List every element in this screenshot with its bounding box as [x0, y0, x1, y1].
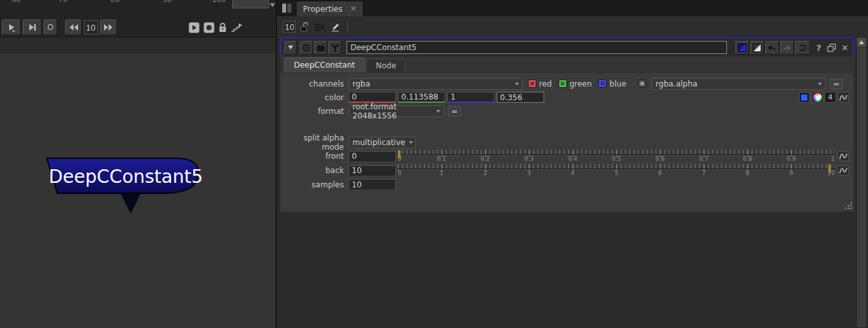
redo-button[interactable]	[780, 41, 794, 55]
close-icon[interactable]: ✕	[350, 5, 356, 13]
back-slider-handle[interactable]	[828, 165, 831, 172]
framed-play-icon	[189, 22, 200, 33]
slider-tick-label: 0.9	[787, 156, 796, 162]
channels-equals-button[interactable]: =	[830, 79, 843, 89]
channel-green-checkbox[interactable]: ✕	[559, 79, 567, 88]
framed-circle-icon	[204, 22, 215, 33]
color-picker-button[interactable]	[798, 92, 810, 103]
slider-tick-label: 9	[789, 170, 793, 176]
node-color-swatch-button[interactable]	[735, 41, 749, 55]
back-field[interactable]	[349, 165, 396, 176]
lock-panels-button[interactable]	[300, 21, 309, 32]
slider-tick-label: 0.8	[743, 156, 752, 162]
toolbar-divider	[347, 21, 348, 32]
samples-field[interactable]	[349, 179, 396, 190]
tab-node[interactable]: Node	[366, 59, 406, 72]
split-alpha-mode-value: multiplicative	[352, 138, 405, 147]
loop-mode-label: O	[47, 23, 53, 32]
panel-resize-grip[interactable]	[845, 202, 852, 210]
slider-tick-label: 0.6	[655, 156, 664, 162]
node-graph-canvas[interactable]: DeepCConstant5	[0, 55, 276, 328]
pane-menu-icon[interactable]	[282, 3, 292, 14]
frame-increment-field[interactable]	[84, 20, 98, 34]
revert-button[interactable]	[795, 41, 810, 55]
node-name-field[interactable]	[347, 41, 727, 54]
channel-blue-checkbox[interactable]: ✕	[598, 79, 607, 88]
color-g-field[interactable]	[398, 92, 445, 103]
chevron-down-icon	[818, 83, 822, 85]
undo-button[interactable]	[765, 41, 779, 55]
curve-icon	[839, 167, 848, 174]
front-animation-button[interactable]	[837, 151, 849, 161]
front-slider-labels: 00.10.20.30.40.50.60.70.80.91	[398, 156, 835, 163]
format-dropdown[interactable]: root.format 2048x1556	[349, 105, 444, 117]
color-a-field[interactable]	[497, 92, 544, 103]
split-alpha-mode-label: split alpha mode	[280, 133, 349, 152]
panel-color-swatch-button[interactable]	[750, 41, 764, 55]
tab-properties[interactable]: Properties ✕	[296, 1, 363, 16]
lock-icon	[218, 22, 227, 33]
float-panel-button[interactable]	[827, 44, 836, 52]
help-button[interactable]: ?	[817, 43, 822, 53]
row-samples: samples	[280, 178, 854, 191]
format-label: format	[280, 107, 349, 116]
undo-icon	[767, 44, 776, 52]
settings-wrench-button[interactable]	[328, 41, 341, 55]
back-animation-button[interactable]	[837, 165, 849, 176]
collapse-panel-button[interactable]	[284, 41, 296, 55]
skip-to-end-button[interactable]	[23, 20, 42, 35]
scrollbar-up-button[interactable]	[857, 38, 866, 48]
play-button[interactable]	[2, 20, 21, 35]
loop-mode-button[interactable]: O	[44, 20, 57, 35]
clear-all-panels-button[interactable]	[314, 23, 325, 31]
playback-rate-button[interactable]	[231, 23, 243, 33]
slider-tick-label: 8	[746, 170, 750, 176]
format-value: root.format 2048x1556	[352, 102, 432, 120]
channel-red-checkbox[interactable]: ✕	[528, 79, 536, 88]
split-alpha-mode-dropdown[interactable]: multiplicative	[349, 137, 415, 148]
color-label: color	[280, 93, 349, 102]
slider-tick-label: 0.5	[612, 156, 621, 162]
edit-mode-button[interactable]	[330, 21, 340, 32]
redo-icon	[782, 44, 791, 52]
properties-toolbar	[277, 16, 868, 37]
front-field[interactable]	[349, 151, 396, 162]
back-label: back	[280, 166, 349, 175]
lock-range-button[interactable]	[218, 22, 227, 33]
deepcconstant-node[interactable]: DeepCConstant5	[40, 152, 222, 217]
tab-deepcconstant[interactable]: DeepCConstant	[284, 57, 365, 72]
channel-alpha-checkbox[interactable]: ✕	[638, 79, 646, 88]
close-panel-button[interactable]: ✕	[841, 43, 848, 53]
wrench-icon	[331, 44, 339, 52]
playback-record-toggle[interactable]	[204, 22, 215, 33]
playback-play-toggle[interactable]	[189, 22, 200, 33]
mask-channel-dropdown[interactable]: rgba.alpha	[651, 78, 826, 90]
color-animation-button[interactable]	[837, 92, 849, 103]
back-slider-labels: 012345678910	[398, 170, 835, 177]
row-spacer	[280, 118, 854, 135]
chevron-down-icon	[288, 46, 293, 49]
step-back-button[interactable]	[65, 20, 82, 35]
center-in-dag-button[interactable]	[300, 41, 313, 55]
step-forward-button[interactable]	[100, 20, 117, 35]
slider-tick-label: 0.3	[524, 156, 533, 162]
channels-layer-dropdown[interactable]: rgba	[349, 78, 523, 90]
max-panels-field[interactable]	[283, 21, 296, 33]
back-slider[interactable]: 012345678910	[398, 164, 835, 177]
panel-title-bar: ? ✕	[280, 38, 854, 57]
front-slider-handle[interactable]	[398, 150, 401, 158]
monitor-icon	[316, 44, 326, 52]
properties-scrollbar[interactable]	[856, 37, 867, 328]
front-slider[interactable]: 00.10.20.30.40.50.60.70.80.91	[398, 150, 835, 163]
color-r-field[interactable]	[349, 92, 396, 103]
multivalue-toggle-button[interactable]: 4	[824, 92, 836, 103]
color-wheel-button[interactable]	[811, 92, 823, 103]
show-in-viewer-button[interactable]	[314, 41, 327, 55]
format-equals-button[interactable]: =	[448, 106, 461, 116]
color-b-field[interactable]	[447, 92, 495, 103]
node-color-icon	[738, 44, 746, 52]
node-output-connector[interactable]	[121, 193, 140, 213]
slider-tick-label: 3	[527, 170, 531, 176]
row-back: back 012345678910	[280, 163, 854, 178]
channel-red-label: red	[539, 79, 552, 89]
